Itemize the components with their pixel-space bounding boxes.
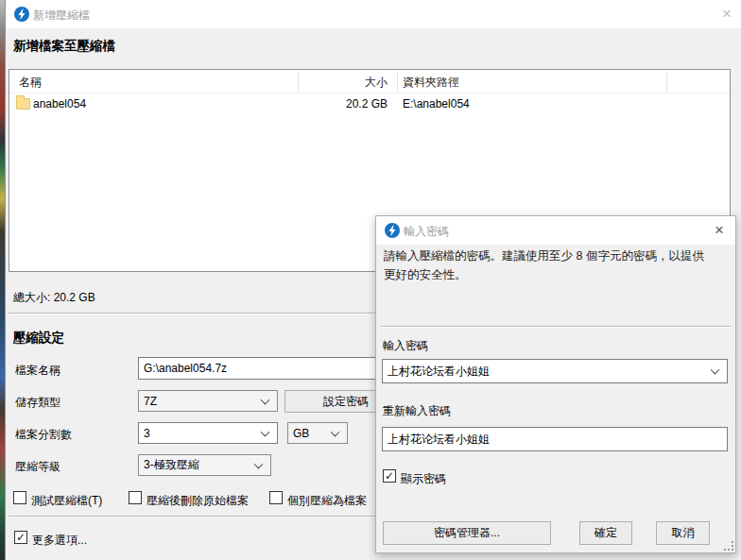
column-header-name[interactable]: 名稱 xyxy=(19,75,42,91)
split-count-input[interactable]: 3 xyxy=(138,422,278,444)
add-files-header: 新增檔案至壓縮檔 xyxy=(13,38,115,55)
total-size-label: 總大小: 20.2 GB xyxy=(13,290,95,306)
row-path: E:\anabel054 xyxy=(403,97,470,110)
split-unit-select[interactable]: GB xyxy=(287,422,348,444)
split-count-label: 檔案分割數 xyxy=(15,427,72,443)
chevron-down-icon xyxy=(711,365,720,375)
file-list-header[interactable]: 名稱 大小 資料夾路徑 xyxy=(9,70,730,93)
compression-level-label: 壓縮等級 xyxy=(15,459,60,475)
delete-after-label: 壓縮後刪除原始檔案 xyxy=(146,493,249,509)
chevron-down-icon xyxy=(331,427,340,436)
password-label: 輸入密碼 xyxy=(383,338,428,354)
column-divider[interactable] xyxy=(298,73,299,91)
archive-type-select[interactable]: 7Z xyxy=(138,390,278,412)
screen: 新增壓縮檔 × 新增檔案至壓縮檔 名稱 大小 資料夾路徑 anabel054 2… xyxy=(0,0,741,560)
table-row[interactable]: anabel054 20.2 GB E:\anabel054 xyxy=(9,95,730,114)
test-archive-label: 測試壓縮檔(T) xyxy=(31,493,102,509)
archive-type-label: 儲存類型 xyxy=(15,395,60,411)
row-name: anabel054 xyxy=(33,97,86,110)
individual-compress-label: 個別壓縮為檔案 xyxy=(287,493,367,509)
confirm-password-label: 重新輸入密碼 xyxy=(383,403,451,419)
column-divider[interactable] xyxy=(397,73,398,91)
password-description-line1: 請輸入壓縮檔的密碼。建議使用至少 8 個字元的密碼，以提供 xyxy=(384,247,704,265)
chevron-down-icon xyxy=(261,395,270,404)
column-header-size[interactable]: 大小 xyxy=(304,75,388,91)
window-title: 新增壓縮檔 xyxy=(33,8,90,24)
compression-level-select[interactable]: 3-極致壓縮 xyxy=(138,454,271,476)
delete-after-checkbox[interactable] xyxy=(129,491,142,504)
column-header-path[interactable]: 資料夾路徑 xyxy=(403,75,459,91)
compression-settings-header: 壓縮設定 xyxy=(13,330,64,347)
archive-type-value: 7Z xyxy=(144,395,157,408)
password-input[interactable]: 上村花论坛看小姐姐 xyxy=(382,359,728,383)
individual-compress-checkbox[interactable] xyxy=(269,491,283,504)
close-icon[interactable]: × xyxy=(705,220,733,241)
file-name-label: 檔案名稱 xyxy=(15,363,60,379)
column-divider[interactable] xyxy=(666,73,667,91)
main-titlebar[interactable]: 新增壓縮檔 × xyxy=(6,0,741,28)
confirm-password-input[interactable]: 上村花论坛看小姐姐 xyxy=(382,427,728,451)
close-icon[interactable]: × xyxy=(713,4,741,25)
compression-level-value: 3-極致壓縮 xyxy=(144,457,199,473)
chevron-down-icon xyxy=(261,427,270,436)
show-password-label: 顯示密碼 xyxy=(401,471,446,487)
folder-icon xyxy=(16,98,30,110)
split-unit-value: GB xyxy=(293,427,309,440)
show-password-checkbox[interactable] xyxy=(383,469,396,483)
password-description-line2: 更好的安全性。 xyxy=(384,266,467,284)
more-options-checkbox[interactable] xyxy=(14,531,27,544)
chevron-down-icon xyxy=(254,459,264,468)
dialog-title: 輸入密碼 xyxy=(404,224,449,240)
bandizip-icon xyxy=(385,223,400,238)
password-titlebar[interactable]: 輸入密碼 × xyxy=(376,216,735,245)
enter-password-dialog: 輸入密碼 × 請輸入壓縮檔的密碼。建議使用至少 8 個字元的密碼，以提供 更好的… xyxy=(375,215,736,553)
test-archive-checkbox[interactable] xyxy=(13,491,26,504)
row-size: 20.2 GB xyxy=(304,97,388,110)
cancel-button[interactable]: 取消 xyxy=(656,521,710,545)
divider xyxy=(381,326,731,328)
password-value: 上村花论坛看小姐姐 xyxy=(388,364,490,380)
password-manager-button[interactable]: 密碼管理器... xyxy=(383,521,551,545)
more-options-label: 更多選項... xyxy=(32,533,87,549)
bandizip-icon xyxy=(14,7,29,22)
resize-grip[interactable] xyxy=(724,541,733,551)
ok-button[interactable]: 確定 xyxy=(579,521,632,545)
split-count-value: 3 xyxy=(144,427,150,440)
